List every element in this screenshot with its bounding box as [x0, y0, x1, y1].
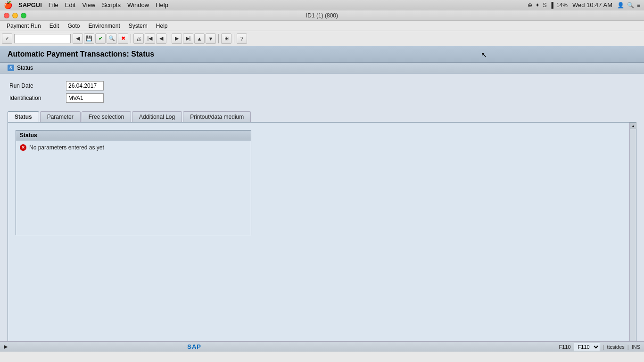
- battery-level: 14%: [556, 2, 568, 8]
- sap-statusbar: ▶ SAP F110 F110 | ttcsides | INS: [0, 341, 644, 352]
- scroll-track[interactable]: [630, 129, 636, 345]
- apple-logo-icon: 🍎: [4, 1, 13, 9]
- run-date-label: Run Date: [9, 82, 66, 89]
- status-right: F110 F110 | ttcsides | INS: [559, 343, 640, 351]
- status-message-text: No parameters entered as yet: [29, 144, 104, 151]
- separator-3: [218, 34, 219, 43]
- environment-menu[interactable]: Environment: [84, 22, 124, 30]
- tab-status[interactable]: Status: [8, 111, 39, 122]
- dropbox-icon: ✦: [535, 2, 540, 8]
- edit-menu[interactable]: Edit: [65, 1, 75, 8]
- bluetooth-icon: ⊕: [528, 2, 532, 8]
- scroll-up-arrow[interactable]: ▲: [630, 123, 636, 129]
- window-title: ID1 (1) (800): [306, 12, 338, 19]
- scripts-menu[interactable]: Scripts: [102, 1, 121, 8]
- menu-icon[interactable]: ≡: [637, 2, 640, 8]
- status-separator-2: |: [627, 344, 629, 350]
- system-menu[interactable]: System: [125, 22, 151, 30]
- nav-down-button[interactable]: ▼: [206, 33, 216, 44]
- sap-menubar: Payment Run Edit Goto Environment System…: [0, 21, 644, 31]
- nav-up-button[interactable]: ▲: [194, 33, 205, 44]
- section-icon: S: [8, 65, 14, 71]
- status-panel-header: Status: [16, 131, 251, 140]
- minimize-button[interactable]: [12, 13, 18, 18]
- time-display: Wed 10:47 AM: [572, 1, 612, 8]
- save-button[interactable]: 💾: [84, 33, 94, 44]
- separator-4: [234, 34, 234, 43]
- stop-button[interactable]: ✖: [118, 33, 128, 44]
- mac-menubar: 🍎 SAPGUI File Edit View Scripts Window H…: [0, 0, 644, 10]
- skype-icon: S: [543, 2, 546, 8]
- status-message: ✕ No parameters entered as yet: [20, 144, 247, 151]
- status-panel-body: ✕ No parameters entered as yet: [16, 140, 251, 235]
- close-button[interactable]: [4, 13, 9, 18]
- tab-additional-log[interactable]: Additional Log: [132, 111, 182, 122]
- transaction-dropdown[interactable]: F110: [574, 343, 600, 351]
- nav-next-button[interactable]: ▶: [172, 33, 182, 44]
- help-menu[interactable]: Help: [156, 1, 168, 8]
- sap-logo: SAP: [187, 343, 201, 350]
- enter-button[interactable]: ✔: [95, 33, 106, 44]
- command-input[interactable]: [14, 34, 71, 43]
- back-nav-button[interactable]: ◀: [73, 33, 83, 44]
- identification-row: Identification MVA1: [9, 93, 635, 103]
- help-button[interactable]: ?: [237, 33, 247, 44]
- check-button[interactable]: ✓: [2, 33, 12, 44]
- status-panel: Status ✕ No parameters entered as yet: [16, 130, 251, 235]
- window-controls: [4, 13, 26, 18]
- insert-mode: INS: [632, 344, 640, 350]
- goto-menu[interactable]: Goto: [64, 22, 83, 30]
- server-info: ttcsides: [607, 344, 624, 350]
- window-titlebar: ID1 (1) (800): [0, 10, 644, 21]
- tab-content: Status ✕ No parameters entered as yet ▲ …: [8, 122, 636, 352]
- run-date-row: Run Date 26.04.2017: [9, 81, 635, 90]
- identification-label: Identification: [9, 95, 66, 101]
- run-date-value: 26.04.2017: [66, 81, 104, 90]
- status-play-icon: ▶: [4, 344, 8, 350]
- form-area: Run Date 26.04.2017 Identification MVA1: [0, 74, 644, 111]
- layout-button[interactable]: ⊞: [221, 33, 231, 44]
- status-separator: |: [603, 344, 604, 350]
- sap-edit-menu[interactable]: Edit: [46, 22, 63, 30]
- identification-value: MVA1: [66, 93, 104, 103]
- sapgui-menu[interactable]: SAPGUI: [18, 1, 42, 8]
- maximize-button[interactable]: [21, 13, 26, 18]
- tabs-container: Status Parameter Free selection Addition…: [0, 111, 644, 122]
- nav-first-button[interactable]: |◀: [145, 33, 155, 44]
- print-button[interactable]: 🖨: [133, 33, 144, 44]
- sap-content: Automatic Payment Transactions: Status S…: [0, 46, 644, 352]
- page-header: Automatic Payment Transactions: Status: [0, 46, 644, 63]
- window-menu[interactable]: Window: [127, 1, 149, 8]
- tab-parameter[interactable]: Parameter: [40, 111, 81, 122]
- search-icon[interactable]: 🔍: [627, 2, 634, 8]
- file-menu[interactable]: File: [49, 1, 58, 8]
- nav-last-button[interactable]: ▶|: [183, 33, 193, 44]
- tab-printout[interactable]: Printout/data medium: [183, 111, 251, 122]
- scrollbar-right[interactable]: ▲ ▼: [629, 123, 636, 351]
- tab-free-selection[interactable]: Free selection: [82, 111, 131, 122]
- mac-status-icons: ⊕ ✦ S ▐ 14% Wed 10:47 AM 👤 🔍 ≡: [528, 1, 640, 8]
- battery-icon: ▐: [549, 2, 553, 8]
- view-menu[interactable]: View: [82, 1, 95, 8]
- payment-run-menu[interactable]: Payment Run: [3, 22, 45, 30]
- page-title: Automatic Payment Transactions: Status: [8, 50, 636, 58]
- nav-prev-button[interactable]: ◀: [156, 33, 166, 44]
- user-icon: 👤: [617, 2, 624, 8]
- sap-toolbar: ✓ ◀ 💾 ✔ 🔍 ✖ 🖨 |◀ ◀ ▶ ▶| ▲ ▼ ⊞ ?: [0, 31, 644, 46]
- transaction-code: F110: [559, 344, 571, 350]
- separator-1: [131, 34, 131, 43]
- section-label: Status: [17, 65, 33, 71]
- find-button[interactable]: 🔍: [107, 33, 117, 44]
- sap-help-menu[interactable]: Help: [152, 22, 172, 30]
- error-icon: ✕: [20, 144, 26, 151]
- section-bar: S Status: [0, 63, 644, 74]
- separator-2: [169, 34, 169, 43]
